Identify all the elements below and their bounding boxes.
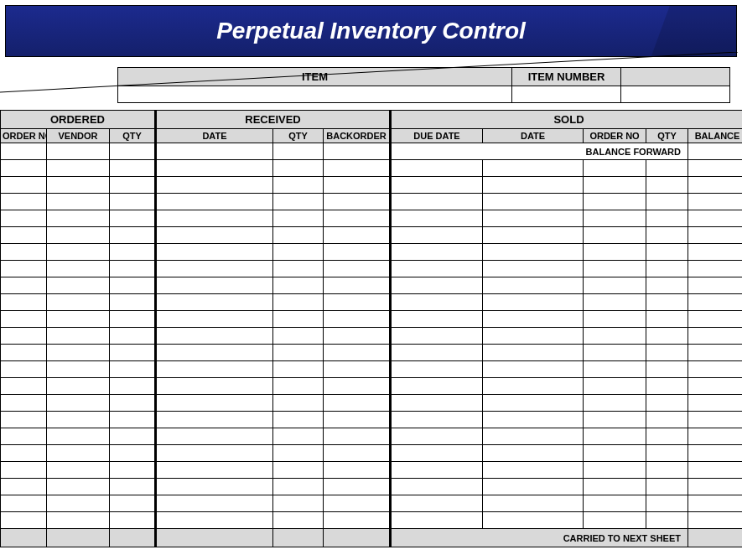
table-cell[interactable] [324, 244, 391, 261]
table-cell[interactable] [483, 378, 584, 395]
table-cell[interactable] [273, 395, 324, 412]
table-cell[interactable] [110, 479, 156, 495]
table-cell[interactable] [324, 512, 391, 529]
table-cell[interactable] [110, 261, 156, 277]
table-cell[interactable] [110, 445, 156, 462]
table-cell[interactable] [391, 177, 483, 194]
table-cell[interactable] [688, 261, 742, 277]
table-cell[interactable] [646, 462, 688, 479]
table-cell[interactable] [1, 194, 47, 210]
table-cell[interactable] [1, 277, 47, 294]
table-cell[interactable] [156, 143, 273, 160]
table-cell[interactable] [1, 328, 47, 345]
table-cell[interactable] [391, 479, 483, 495]
table-cell[interactable] [1, 428, 47, 445]
table-cell[interactable] [688, 177, 742, 194]
table-cell[interactable] [584, 462, 646, 479]
table-cell[interactable] [110, 412, 156, 428]
table-cell[interactable] [156, 244, 273, 261]
table-cell[interactable] [584, 244, 646, 261]
table-cell[interactable] [391, 395, 483, 412]
table-cell[interactable] [110, 378, 156, 395]
table-cell[interactable] [483, 479, 584, 495]
table-cell[interactable] [273, 160, 324, 177]
table-cell[interactable] [1, 445, 47, 462]
table-cell[interactable] [391, 445, 483, 462]
table-cell[interactable] [483, 462, 584, 479]
table-cell[interactable] [273, 412, 324, 428]
table-cell[interactable] [391, 194, 483, 210]
table-cell[interactable] [584, 395, 646, 412]
table-cell[interactable] [1, 378, 47, 395]
table-cell[interactable] [483, 311, 584, 328]
table-cell[interactable] [273, 479, 324, 495]
table-cell[interactable] [584, 345, 646, 361]
table-cell[interactable] [110, 495, 156, 512]
table-cell[interactable] [646, 328, 688, 345]
table-cell[interactable] [584, 495, 646, 512]
table-cell[interactable] [391, 311, 483, 328]
table-cell[interactable] [688, 395, 742, 412]
table-cell[interactable] [688, 194, 742, 210]
table-cell[interactable] [391, 428, 483, 445]
table-cell[interactable] [273, 227, 324, 244]
table-cell[interactable] [156, 479, 273, 495]
table-cell[interactable] [273, 177, 324, 194]
table-cell[interactable] [110, 244, 156, 261]
table-cell[interactable] [483, 227, 584, 244]
table-cell[interactable] [584, 177, 646, 194]
table-cell[interactable] [156, 378, 273, 395]
table-cell[interactable] [391, 412, 483, 428]
table-cell[interactable] [1, 160, 47, 177]
table-cell[interactable] [47, 428, 110, 445]
table-cell[interactable] [391, 227, 483, 244]
table-cell[interactable] [273, 462, 324, 479]
table-cell[interactable] [324, 194, 391, 210]
table-cell[interactable] [324, 328, 391, 345]
table-cell[interactable] [391, 244, 483, 261]
table-cell[interactable] [1, 495, 47, 512]
table-cell[interactable] [646, 345, 688, 361]
table-cell[interactable] [324, 311, 391, 328]
table-cell[interactable] [273, 328, 324, 345]
table-cell[interactable] [1, 261, 47, 277]
table-cell[interactable] [483, 160, 584, 177]
table-cell[interactable] [391, 210, 483, 227]
table-cell[interactable] [391, 495, 483, 512]
table-cell[interactable] [47, 328, 110, 345]
table-cell[interactable] [156, 194, 273, 210]
table-cell[interactable] [110, 462, 156, 479]
table-cell[interactable] [47, 445, 110, 462]
table-cell[interactable] [156, 277, 273, 294]
table-cell[interactable] [47, 479, 110, 495]
table-cell[interactable] [1, 395, 47, 412]
table-cell[interactable] [483, 495, 584, 512]
item-number-input[interactable] [512, 86, 621, 103]
table-cell[interactable] [47, 194, 110, 210]
table-cell[interactable] [646, 395, 688, 412]
table-cell[interactable] [324, 479, 391, 495]
table-cell[interactable] [324, 345, 391, 361]
table-cell[interactable] [156, 395, 273, 412]
table-cell[interactable] [273, 194, 324, 210]
table-cell[interactable] [483, 428, 584, 445]
table-cell[interactable] [156, 412, 273, 428]
table-cell[interactable] [156, 361, 273, 378]
table-cell[interactable] [646, 277, 688, 294]
table-cell[interactable] [273, 261, 324, 277]
table-cell[interactable] [324, 445, 391, 462]
table-cell[interactable] [688, 412, 742, 428]
table-cell[interactable] [646, 378, 688, 395]
table-cell[interactable] [1, 361, 47, 378]
table-cell[interactable] [483, 361, 584, 378]
table-cell[interactable] [688, 210, 742, 227]
table-cell[interactable] [273, 445, 324, 462]
table-cell[interactable] [156, 210, 273, 227]
table-cell[interactable] [584, 194, 646, 210]
table-cell[interactable] [273, 428, 324, 445]
table-cell[interactable] [324, 428, 391, 445]
table-cell[interactable] [273, 512, 324, 529]
table-cell[interactable] [47, 160, 110, 177]
table-cell[interactable] [391, 261, 483, 277]
table-cell[interactable] [324, 277, 391, 294]
